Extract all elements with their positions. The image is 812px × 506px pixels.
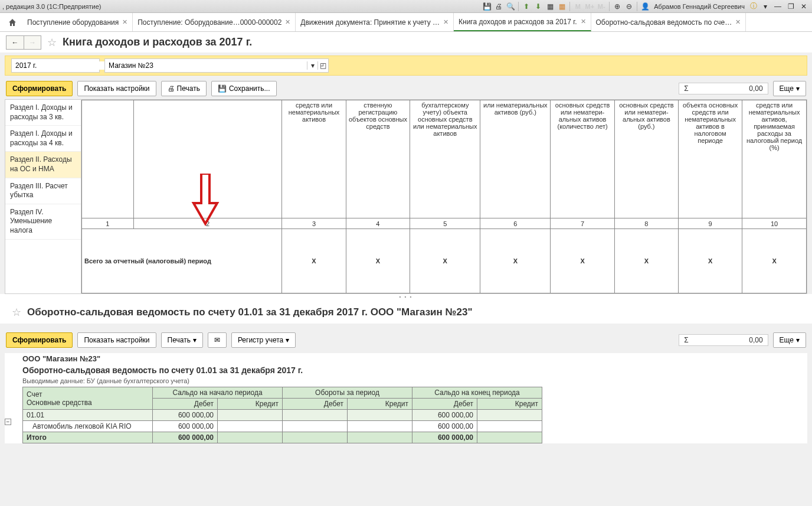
register-button[interactable]: Регистр учета ▾ <box>231 332 296 348</box>
report-table: средств или нематери­альных активов стве… <box>81 100 807 293</box>
form-button[interactable]: Сформировать <box>6 332 73 348</box>
forward-button[interactable]: → <box>24 35 41 50</box>
store-input-group: ▾ ◰ <box>104 58 329 73</box>
calc-icon[interactable]: ▦ <box>545 1 555 12</box>
tab-oborotno-saldovaya[interactable]: Оборотно-сальдовая ведомость по сче… ✕ <box>591 13 746 31</box>
info-icon[interactable]: ⓘ <box>748 1 759 12</box>
print-button[interactable]: 🖨Печать <box>161 81 207 96</box>
sidebar-item-r1q4[interactable]: Раздел I. Доходы и расходы за 4 кв. <box>5 126 81 152</box>
actions-row-bottom: Сформировать Показать настройки Печать ▾… <box>0 329 812 351</box>
user-icon: 👤 <box>640 1 650 12</box>
print-button[interactable]: Печать ▾ <box>161 332 203 348</box>
year-input[interactable] <box>12 61 107 70</box>
disk-icon: 💾 <box>218 84 227 93</box>
save-icon[interactable]: 💾 <box>482 1 492 12</box>
report-subtitle: Оборотно-сальдовая ведомость по счету 01… <box>22 364 807 376</box>
params-bar: … ▾ ◰ <box>5 56 807 76</box>
more-button[interactable]: Еще ▾ <box>773 81 806 96</box>
store-input[interactable] <box>105 61 307 70</box>
store-open-button[interactable]: ◰ <box>317 61 328 70</box>
favorite-icon[interactable]: ☆ <box>47 36 57 49</box>
report-note: Выводимые данные: БУ (данные бухгалтерск… <box>22 376 807 387</box>
close-icon[interactable]: ✕ <box>122 18 127 26</box>
form-button[interactable]: Сформировать <box>6 81 73 96</box>
tab-postuplenie-doc[interactable]: Поступление: Оборудование…0000-000002 ✕ <box>133 13 296 31</box>
sidebar-item-r2[interactable]: Раздел II. Расходы на ОС и НМА <box>5 152 81 178</box>
minimize-button[interactable]: — <box>772 2 784 11</box>
envelope-icon: ✉ <box>214 336 220 344</box>
sections-sidebar: Раздел I. Доходы и расходы за 3 кв. Разд… <box>5 99 81 294</box>
save-button[interactable]: 💾Сохранить... <box>211 81 277 96</box>
link-icon[interactable]: ⬆ <box>521 1 532 12</box>
tab-kniga-dohodov[interactable]: Книга доходов и расходов за 2017 г. ✕ <box>454 13 591 31</box>
back-button[interactable]: ← <box>6 35 24 50</box>
tabs-bar: Поступление оборудования ✕ Поступление: … <box>0 13 812 32</box>
report-area[interactable]: средств или нематери­альных активов стве… <box>81 99 807 294</box>
current-user: Абрамов Геннадий Сергеевич <box>651 3 747 10</box>
store-dropdown-button[interactable]: ▾ <box>307 61 317 70</box>
sigma-icon: Σ <box>684 336 688 344</box>
page-title: Книга доходов и расходов за 2017 г. <box>63 36 252 48</box>
balance-report: ООО "Магазин №23" Оборотно-сальдовая вед… <box>5 353 807 443</box>
table-row-total: Итого 600 000,00 600 000,00 <box>23 432 542 443</box>
zoom-in-icon[interactable]: ⊕ <box>612 1 623 12</box>
sidebar-item-r3[interactable]: Раздел III. Расчет убытка <box>5 178 81 204</box>
tab-label: Поступление: Оборудование…0000-000002 <box>137 18 281 27</box>
email-button[interactable]: ✉ <box>208 332 227 348</box>
favorite-icon[interactable]: ☆ <box>12 306 21 319</box>
tab-label: Движения документа: Принятие к учету … <box>300 18 440 27</box>
org-name: ООО "Магазин №23" <box>22 353 807 364</box>
col-account: Счет Основные средства <box>23 387 153 410</box>
tab-label: Поступление оборудования <box>27 18 119 27</box>
table-row-asset[interactable]: Автомобиль легковой KIA RIO 600 000,00 6… <box>23 421 542 432</box>
nav-row: ← → ☆ Книга доходов и расходов за 2017 г… <box>0 32 812 53</box>
bottom-title-row: ☆ Оборотно-сальдовая ведомость по счету … <box>0 301 812 324</box>
sum-value: 0,00 <box>692 84 763 93</box>
dropdown-icon[interactable]: ▾ <box>760 1 771 12</box>
horizontal-resizer[interactable]: • • • <box>0 294 812 301</box>
tab-label: Оборотно-сальдовая ведомость по сче… <box>596 18 732 27</box>
tree-collapse-button[interactable]: − <box>5 419 11 425</box>
memory-mminus-button[interactable]: M- <box>596 1 607 12</box>
sum-box: Σ 0,00 <box>679 334 768 346</box>
show-settings-button[interactable]: Показать настройки <box>77 81 156 96</box>
chevron-down-icon: ▾ <box>193 336 197 344</box>
chevron-down-icon: ▾ <box>286 336 289 344</box>
table-row-account[interactable]: 01.01 600 000,00 600 000,00 <box>23 410 542 421</box>
compare-icon[interactable]: ⬇ <box>533 1 543 12</box>
tab-dvizheniya[interactable]: Движения документа: Принятие к учету … ✕ <box>296 13 454 31</box>
sigma-icon: Σ <box>684 84 688 93</box>
top-panel: Раздел I. Доходы и расходы за 3 кв. Разд… <box>5 99 807 294</box>
app-titlebar: , редакция 3.0 (1С:Предприятие) 💾 🖨 🔍 ⬆ … <box>0 0 812 13</box>
close-icon[interactable]: ✕ <box>735 18 741 26</box>
maximize-button[interactable]: ❐ <box>785 2 797 11</box>
balance-table: Счет Основные средства Сальдо на начало … <box>22 387 542 443</box>
sum-box: Σ 0,00 <box>679 83 768 94</box>
memory-m-button[interactable]: M <box>572 1 583 12</box>
printer-icon: 🖨 <box>168 84 175 93</box>
preview-icon[interactable]: 🔍 <box>505 1 516 12</box>
close-icon[interactable]: ✕ <box>285 18 290 26</box>
total-row: Всего за отчетный (налоговый) период X X… <box>82 229 807 293</box>
print-icon[interactable]: 🖨 <box>493 1 504 12</box>
year-input-group: … <box>11 58 100 73</box>
home-tab[interactable] <box>2 13 22 31</box>
close-button[interactable]: ✕ <box>798 2 810 11</box>
sidebar-item-r4[interactable]: Раздел IV. Уменьшение налога <box>5 204 81 240</box>
close-icon[interactable]: ✕ <box>443 18 448 26</box>
tab-postuplenie-oborud[interactable]: Поступление оборудования ✕ <box>22 13 133 31</box>
sum-value: 0,00 <box>692 336 763 344</box>
memory-mplus-button[interactable]: M+ <box>584 1 595 12</box>
calendar-icon[interactable]: ▦ <box>556 1 567 12</box>
more-button[interactable]: Еще ▾ <box>773 332 806 348</box>
chevron-down-icon: ▾ <box>796 84 800 93</box>
show-settings-button[interactable]: Показать настройки <box>77 332 156 348</box>
sidebar-item-r1q3[interactable]: Раздел I. Доходы и расходы за 3 кв. <box>5 100 81 126</box>
column-numbers-row: 1 2 3 4 5 6 7 8 9 10 <box>82 218 807 229</box>
collapsed-params-bar <box>5 324 807 329</box>
zoom-out-icon[interactable]: ⊖ <box>624 1 634 12</box>
chevron-down-icon: ▾ <box>796 336 800 344</box>
app-title: , редакция 3.0 (1С:Предприятие) <box>2 3 102 10</box>
bottom-page-title: Оборотно-сальдовая ведомость по счету 01… <box>27 306 472 318</box>
close-icon[interactable]: ✕ <box>581 18 586 25</box>
